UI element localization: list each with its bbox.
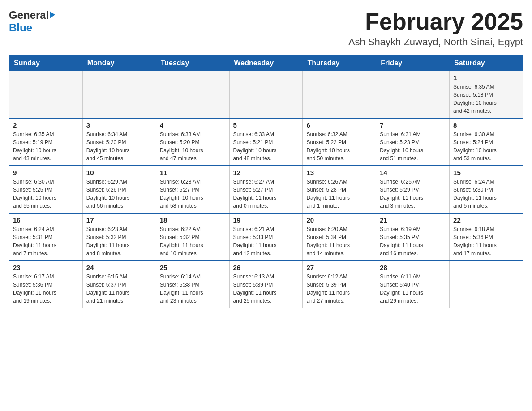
day-number: 20 [306, 216, 372, 224]
day-number: 22 [453, 216, 519, 224]
calendar-cell: 25Sunrise: 6:14 AM Sunset: 5:38 PM Dayli… [156, 261, 229, 308]
calendar-cell: 21Sunrise: 6:19 AM Sunset: 5:35 PM Dayli… [376, 213, 450, 261]
day-number: 9 [13, 169, 79, 176]
day-info: Sunrise: 6:35 AM Sunset: 5:19 PM Dayligh… [13, 130, 79, 163]
day-number: 12 [233, 169, 299, 176]
day-number: 5 [233, 121, 299, 129]
day-info: Sunrise: 6:25 AM Sunset: 5:29 PM Dayligh… [380, 178, 446, 210]
calendar-cell: 5Sunrise: 6:33 AM Sunset: 5:21 PM Daylig… [229, 118, 303, 166]
calendar-cell: 4Sunrise: 6:33 AM Sunset: 5:20 PM Daylig… [156, 118, 229, 166]
calendar-cell: 2Sunrise: 6:35 AM Sunset: 5:19 PM Daylig… [9, 118, 83, 166]
week-row-2: 2Sunrise: 6:35 AM Sunset: 5:19 PM Daylig… [9, 118, 523, 166]
day-number: 23 [13, 264, 79, 271]
week-row-1: 1Sunrise: 6:35 AM Sunset: 5:18 PM Daylig… [9, 71, 523, 119]
day-info: Sunrise: 6:14 AM Sunset: 5:38 PM Dayligh… [160, 273, 226, 305]
calendar-cell: 15Sunrise: 6:24 AM Sunset: 5:30 PM Dayli… [450, 166, 523, 213]
day-info: Sunrise: 6:22 AM Sunset: 5:32 PM Dayligh… [160, 225, 226, 257]
day-number: 16 [13, 216, 79, 224]
logo-general-text: General [9, 9, 49, 21]
day-info: Sunrise: 6:33 AM Sunset: 5:21 PM Dayligh… [233, 130, 299, 163]
calendar-cell: 1Sunrise: 6:35 AM Sunset: 5:18 PM Daylig… [450, 71, 523, 119]
day-info: Sunrise: 6:26 AM Sunset: 5:28 PM Dayligh… [306, 178, 372, 210]
day-number: 28 [380, 264, 446, 271]
day-number: 21 [380, 216, 446, 224]
week-row-5: 23Sunrise: 6:17 AM Sunset: 5:36 PM Dayli… [9, 261, 523, 308]
day-info: Sunrise: 6:24 AM Sunset: 5:31 PM Dayligh… [13, 225, 79, 257]
day-number: 13 [306, 169, 372, 176]
day-info: Sunrise: 6:35 AM Sunset: 5:18 PM Dayligh… [453, 83, 519, 115]
calendar-cell: 16Sunrise: 6:24 AM Sunset: 5:31 PM Dayli… [9, 213, 83, 261]
day-number: 27 [306, 264, 372, 271]
day-info: Sunrise: 6:15 AM Sunset: 5:37 PM Dayligh… [86, 273, 152, 305]
calendar-cell: 13Sunrise: 6:26 AM Sunset: 5:28 PM Dayli… [303, 166, 376, 213]
calendar-cell: 9Sunrise: 6:30 AM Sunset: 5:25 PM Daylig… [9, 166, 83, 213]
calendar-cell: 24Sunrise: 6:15 AM Sunset: 5:37 PM Dayli… [82, 261, 156, 308]
calendar-cell [229, 71, 303, 119]
day-info: Sunrise: 6:28 AM Sunset: 5:27 PM Dayligh… [160, 178, 226, 210]
day-info: Sunrise: 6:17 AM Sunset: 5:36 PM Dayligh… [13, 273, 79, 305]
day-number: 24 [86, 264, 152, 271]
day-number: 2 [13, 121, 79, 129]
calendar-cell: 28Sunrise: 6:11 AM Sunset: 5:40 PM Dayli… [376, 261, 450, 308]
day-number: 1 [453, 74, 519, 81]
day-number: 25 [160, 264, 226, 271]
weekday-header-row: SundayMondayTuesdayWednesdayThursdayFrid… [9, 56, 523, 71]
page-header: General Blue February 2025 Ash Shaykh Zu… [9, 9, 523, 48]
day-info: Sunrise: 6:29 AM Sunset: 5:26 PM Dayligh… [86, 178, 152, 210]
calendar-cell: 14Sunrise: 6:25 AM Sunset: 5:29 PM Dayli… [376, 166, 450, 213]
weekday-header-monday: Monday [82, 56, 156, 71]
weekday-header-saturday: Saturday [450, 56, 523, 71]
day-number: 8 [453, 121, 519, 129]
weekday-header-tuesday: Tuesday [156, 56, 229, 71]
calendar-cell: 12Sunrise: 6:27 AM Sunset: 5:27 PM Dayli… [229, 166, 303, 213]
calendar-cell [450, 261, 523, 308]
title-block: February 2025 Ash Shaykh Zuwayd, North S… [348, 9, 523, 48]
day-number: 4 [160, 121, 226, 129]
calendar-cell: 7Sunrise: 6:31 AM Sunset: 5:23 PM Daylig… [376, 118, 450, 166]
weekday-header-wednesday: Wednesday [229, 56, 303, 71]
logo-blue-text: Blue [9, 21, 32, 34]
calendar-cell [303, 71, 376, 119]
day-info: Sunrise: 6:33 AM Sunset: 5:20 PM Dayligh… [160, 130, 226, 163]
calendar-cell [376, 71, 450, 119]
day-info: Sunrise: 6:11 AM Sunset: 5:40 PM Dayligh… [380, 273, 446, 305]
day-info: Sunrise: 6:30 AM Sunset: 5:24 PM Dayligh… [453, 130, 519, 163]
day-number: 7 [380, 121, 446, 129]
day-info: Sunrise: 6:27 AM Sunset: 5:27 PM Dayligh… [233, 178, 299, 210]
day-number: 26 [233, 264, 299, 271]
day-number: 6 [306, 121, 372, 129]
day-info: Sunrise: 6:30 AM Sunset: 5:25 PM Dayligh… [13, 178, 79, 210]
calendar-cell: 22Sunrise: 6:18 AM Sunset: 5:36 PM Dayli… [450, 213, 523, 261]
day-info: Sunrise: 6:21 AM Sunset: 5:33 PM Dayligh… [233, 225, 299, 257]
day-info: Sunrise: 6:12 AM Sunset: 5:39 PM Dayligh… [306, 273, 372, 305]
location-title: Ash Shaykh Zuwayd, North Sinai, Egypt [348, 36, 523, 48]
calendar-table: SundayMondayTuesdayWednesdayThursdayFrid… [9, 55, 523, 308]
calendar-cell: 17Sunrise: 6:23 AM Sunset: 5:32 PM Dayli… [82, 213, 156, 261]
calendar-cell: 18Sunrise: 6:22 AM Sunset: 5:32 PM Dayli… [156, 213, 229, 261]
day-number: 19 [233, 216, 299, 224]
day-info: Sunrise: 6:32 AM Sunset: 5:22 PM Dayligh… [306, 130, 372, 163]
day-number: 10 [86, 169, 152, 176]
day-info: Sunrise: 6:18 AM Sunset: 5:36 PM Dayligh… [453, 225, 519, 257]
calendar-cell: 10Sunrise: 6:29 AM Sunset: 5:26 PM Dayli… [82, 166, 156, 213]
day-info: Sunrise: 6:23 AM Sunset: 5:32 PM Dayligh… [86, 225, 152, 257]
week-row-4: 16Sunrise: 6:24 AM Sunset: 5:31 PM Dayli… [9, 213, 523, 261]
day-info: Sunrise: 6:19 AM Sunset: 5:35 PM Dayligh… [380, 225, 446, 257]
day-info: Sunrise: 6:34 AM Sunset: 5:20 PM Dayligh… [86, 130, 152, 163]
logo-arrow-icon [50, 11, 55, 18]
day-number: 18 [160, 216, 226, 224]
day-info: Sunrise: 6:31 AM Sunset: 5:23 PM Dayligh… [380, 130, 446, 163]
day-number: 3 [86, 121, 152, 129]
month-title: February 2025 [348, 9, 523, 34]
calendar-cell [156, 71, 229, 119]
weekday-header-friday: Friday [376, 56, 450, 71]
day-number: 14 [380, 169, 446, 176]
day-info: Sunrise: 6:24 AM Sunset: 5:30 PM Dayligh… [453, 178, 519, 210]
calendar-cell: 11Sunrise: 6:28 AM Sunset: 5:27 PM Dayli… [156, 166, 229, 213]
calendar-cell: 3Sunrise: 6:34 AM Sunset: 5:20 PM Daylig… [82, 118, 156, 166]
calendar-cell: 20Sunrise: 6:20 AM Sunset: 5:34 PM Dayli… [303, 213, 376, 261]
calendar-cell: 26Sunrise: 6:13 AM Sunset: 5:39 PM Dayli… [229, 261, 303, 308]
day-number: 15 [453, 169, 519, 176]
week-row-3: 9Sunrise: 6:30 AM Sunset: 5:25 PM Daylig… [9, 166, 523, 213]
day-number: 11 [160, 169, 226, 176]
